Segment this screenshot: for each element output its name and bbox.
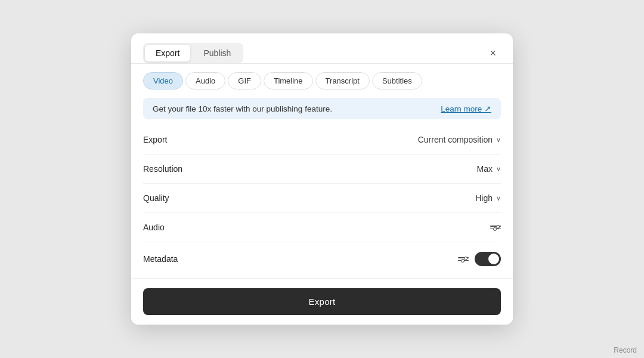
setting-row-metadata: Metadata (143, 242, 501, 276)
resolution-value-text: Max (477, 164, 493, 174)
tab-export[interactable]: Export (145, 45, 190, 61)
metadata-toggle[interactable] (475, 252, 501, 266)
sub-tab-video[interactable]: Video (143, 72, 183, 90)
audio-adjust-icon[interactable] (490, 226, 501, 229)
sub-tab-transcript[interactable]: Transcript (315, 72, 370, 90)
export-label: Export (143, 135, 167, 144)
export-button[interactable]: Export (143, 288, 501, 315)
sub-tab-timeline[interactable]: Timeline (264, 72, 313, 90)
metadata-label: Metadata (143, 254, 178, 264)
resolution-chevron-icon: ∨ (496, 165, 501, 173)
settings-section: Export Current composition ∨ Resolution … (131, 123, 513, 278)
setting-row-quality: Quality High ∨ (143, 184, 501, 213)
close-button[interactable]: × (485, 45, 501, 61)
setting-row-export: Export Current composition ∨ (143, 125, 501, 155)
bottom-bar: Record (606, 342, 644, 358)
banner-text: Get your file 10x faster with our publis… (153, 104, 332, 113)
learn-more-link[interactable]: Learn more ↗ (441, 104, 491, 113)
tab-publish[interactable]: Publish (193, 45, 242, 61)
quality-chevron-icon: ∨ (496, 195, 501, 202)
audio-label: Audio (143, 223, 165, 232)
quality-value-text: High (475, 193, 493, 203)
sub-tab-subtitles[interactable]: Subtitles (372, 72, 422, 90)
metadata-icons (458, 252, 501, 266)
setting-row-audio: Audio (143, 213, 501, 242)
main-tab-group: Export Publish (143, 43, 243, 63)
info-banner: Get your file 10x faster with our publis… (143, 98, 501, 119)
sub-tabs-container: Video Audio GIF Timeline Transcript Subt… (131, 64, 513, 90)
modal-header: Export Publish × (131, 33, 513, 64)
export-value-btn[interactable]: Current composition ∨ (418, 135, 501, 144)
export-value-text: Current composition (418, 135, 493, 144)
export-modal: Export Publish × Video Audio GIF Timelin… (131, 33, 513, 325)
metadata-adjust-icon[interactable] (458, 257, 469, 261)
quality-value-btn[interactable]: High ∨ (475, 193, 501, 203)
resolution-value-btn[interactable]: Max ∨ (477, 164, 501, 174)
modal-overlay: Export Publish × Video Audio GIF Timelin… (0, 0, 644, 358)
export-chevron-icon: ∨ (496, 136, 501, 144)
modal-footer: Export (131, 278, 513, 325)
sub-tab-gif[interactable]: GIF (228, 72, 261, 90)
resolution-label: Resolution (143, 164, 182, 174)
record-label: Record (614, 346, 637, 354)
quality-label: Quality (143, 193, 169, 203)
audio-icons (490, 226, 501, 229)
setting-row-resolution: Resolution Max ∨ (143, 155, 501, 184)
sub-tab-audio[interactable]: Audio (185, 72, 225, 90)
